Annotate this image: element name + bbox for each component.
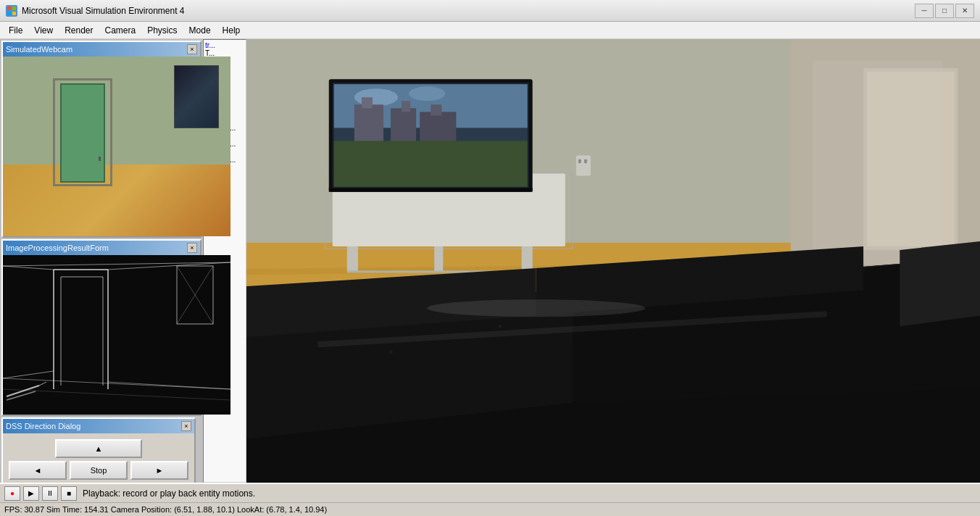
main-content: SimulatedWebcam × ImageProcessingR xyxy=(0,39,980,483)
dss-dialog: DSS Direction Dialog × ▲ ◄ Stop ► ▼ xyxy=(1,417,196,483)
menu-camera[interactable]: Camera xyxy=(99,24,142,37)
svg-rect-53 xyxy=(402,101,410,112)
svg-marker-72 xyxy=(900,241,980,326)
menu-help[interactable]: Help xyxy=(217,24,246,37)
svg-rect-3 xyxy=(12,12,16,15)
webcam-window: SimulatedWebcam × xyxy=(1,41,202,238)
imgproc-title: ImageProcessingResultForm xyxy=(6,244,109,252)
webcam-floor xyxy=(3,165,231,236)
log-line-1: tr... xyxy=(205,41,244,49)
close-button[interactable]: ✕ xyxy=(955,4,974,18)
minimize-button[interactable]: ─ xyxy=(915,4,934,18)
left-wrapper: SimulatedWebcam × ImageProcessingR xyxy=(0,39,246,483)
svg-rect-38 xyxy=(347,246,358,272)
svg-rect-1 xyxy=(12,7,16,10)
webcam-viewport xyxy=(3,57,231,236)
dss-up-button[interactable]: ▲ xyxy=(55,439,142,458)
menu-bar: File View Render Camera Physics Mode Hel… xyxy=(0,22,980,39)
title-bar: Microsoft Visual Simulation Environment … xyxy=(0,0,980,22)
svg-rect-52 xyxy=(391,108,416,144)
svg-point-48 xyxy=(354,88,398,106)
svg-point-76 xyxy=(427,299,645,317)
menu-mode[interactable]: Mode xyxy=(183,24,217,37)
svg-rect-56 xyxy=(334,141,528,186)
app-icon xyxy=(6,5,17,17)
svg-point-49 xyxy=(409,86,445,101)
dss-close[interactable]: × xyxy=(181,421,191,431)
dss-controls: ▲ ◄ Stop ► ▼ xyxy=(3,433,194,483)
svg-point-60 xyxy=(584,159,587,164)
svg-point-73 xyxy=(462,336,465,338)
app-title: Microsoft Visual Simulation Environment … xyxy=(22,6,915,16)
imgproc-titlebar[interactable]: ImageProcessingResultForm × xyxy=(3,241,200,255)
playback-pause-button[interactable]: ⏸ xyxy=(42,486,58,501)
svg-rect-50 xyxy=(354,104,383,144)
dss-title: DSS Direction Dialog xyxy=(6,422,80,430)
svg-rect-57 xyxy=(329,188,533,192)
status-text-bar: FPS: 30.87 Sim Time: 154.31 Camera Posit… xyxy=(0,503,980,516)
svg-point-74 xyxy=(498,325,501,328)
3d-viewport[interactable] xyxy=(246,39,980,483)
webcam-close[interactable]: × xyxy=(187,44,197,54)
svg-point-75 xyxy=(389,349,393,354)
dss-stop-button[interactable]: Stop xyxy=(70,461,128,480)
viewport-svg xyxy=(246,39,980,483)
svg-point-59 xyxy=(578,159,581,164)
svg-rect-62 xyxy=(867,72,954,246)
webcam-banner xyxy=(174,65,220,128)
webcam-title: SimulatedWebcam xyxy=(6,45,72,54)
svg-rect-2 xyxy=(7,12,11,15)
dss-middle-row: ◄ Stop ► xyxy=(9,461,188,480)
imgproc-viewport xyxy=(3,255,231,415)
dss-left-button[interactable]: ◄ xyxy=(9,461,67,480)
edge-detection-svg xyxy=(3,255,231,415)
svg-rect-0 xyxy=(7,7,11,10)
playback-description: Playback: record or play back entity mot… xyxy=(83,488,255,499)
dss-titlebar[interactable]: DSS Direction Dialog × xyxy=(3,419,194,433)
playback-stop-button[interactable]: ■ xyxy=(61,486,77,501)
menu-view[interactable]: View xyxy=(28,24,59,37)
svg-rect-54 xyxy=(420,112,456,144)
svg-rect-58 xyxy=(576,156,591,176)
dss-right-button[interactable]: ► xyxy=(130,461,188,480)
svg-rect-40 xyxy=(522,246,533,272)
playback-bar: ● ▶ ⏸ ■ Playback: record or play back en… xyxy=(0,484,980,503)
svg-rect-55 xyxy=(431,104,441,115)
door-handle xyxy=(99,157,101,161)
webcam-door xyxy=(60,83,106,182)
svg-rect-39 xyxy=(434,246,443,272)
maximize-button[interactable]: □ xyxy=(935,4,954,18)
playback-play-button[interactable]: ▶ xyxy=(23,486,39,501)
playback-record-button[interactable]: ● xyxy=(4,486,20,501)
status-bar: ● ▶ ⏸ ■ Playback: record or play back en… xyxy=(0,483,980,516)
menu-file[interactable]: File xyxy=(3,24,28,37)
imgproc-close[interactable]: × xyxy=(187,243,197,253)
svg-rect-51 xyxy=(362,97,373,108)
menu-render[interactable]: Render xyxy=(59,24,99,37)
imgproc-window: ImageProcessingResultForm × xyxy=(1,239,202,416)
status-fps: FPS: 30.87 Sim Time: 154.31 Camera Posit… xyxy=(4,505,327,514)
left-panels: SimulatedWebcam × ImageProcessingR xyxy=(0,39,203,483)
menu-physics[interactable]: Physics xyxy=(141,24,183,37)
webcam-titlebar[interactable]: SimulatedWebcam × xyxy=(3,42,200,57)
window-controls: ─ □ ✕ xyxy=(915,4,974,18)
